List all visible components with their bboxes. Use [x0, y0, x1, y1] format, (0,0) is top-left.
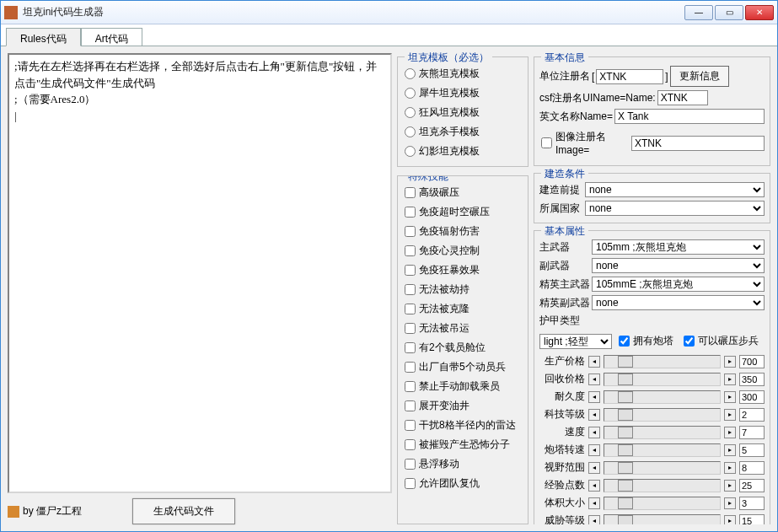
slider-right-arrow[interactable]: ▸	[724, 409, 736, 421]
code-editor[interactable]: ;请先在左栏选择再在右栏选择，全部选好后点击右上角"更新信息"按钮，并点击"生成…	[8, 53, 392, 493]
slider-left-arrow[interactable]: ◂	[588, 427, 600, 438]
slider-left-arrow[interactable]: ◂	[588, 409, 600, 421]
template-radio-0[interactable]: 灰熊坦克模板	[403, 64, 523, 83]
image-reg-check[interactable]: 图像注册名 Image=	[539, 127, 630, 159]
tab-rules[interactable]: Rules代码	[6, 28, 81, 46]
slider-thumb[interactable]	[618, 515, 633, 525]
slider-left-arrow[interactable]: ◂	[588, 356, 600, 368]
minimize-button[interactable]: —	[684, 5, 713, 20]
csf-input[interactable]	[657, 90, 708, 105]
slider-left-arrow[interactable]: ◂	[588, 497, 600, 509]
skill-check-11[interactable]: 展开变油井	[403, 396, 523, 416]
slider-thumb[interactable]	[618, 427, 633, 438]
slider-value[interactable]	[739, 461, 765, 475]
slider-label: 经验点数	[539, 478, 585, 492]
skill-check-12[interactable]: 干扰8格半径内的雷达	[403, 416, 523, 435]
skill-check-14[interactable]: 悬浮移动	[403, 454, 523, 474]
slider-right-arrow[interactable]: ▸	[724, 427, 736, 438]
slider-left-arrow[interactable]: ◂	[588, 444, 600, 456]
slider-right-arrow[interactable]: ▸	[724, 497, 736, 509]
slider-value[interactable]	[739, 426, 765, 439]
armor-select[interactable]: light ;轻型	[539, 334, 612, 349]
slider-thumb[interactable]	[618, 462, 633, 474]
tab-art[interactable]: Art代码	[81, 28, 142, 46]
slider-thumb[interactable]	[618, 497, 633, 509]
slider-thumb[interactable]	[618, 391, 633, 403]
skill-check-8[interactable]: 有2个载员舱位	[403, 338, 523, 357]
slider-value[interactable]	[739, 408, 765, 422]
update-button[interactable]: 更新信息	[670, 66, 729, 87]
slider-value[interactable]	[739, 497, 765, 510]
prereq-select[interactable]: none	[585, 182, 765, 197]
slider-track[interactable]	[604, 461, 721, 475]
elite-sec-select[interactable]: none	[592, 295, 765, 310]
slider-value[interactable]	[739, 514, 765, 525]
slider-track[interactable]	[604, 426, 721, 439]
slider-right-arrow[interactable]: ▸	[724, 356, 736, 368]
skill-check-9[interactable]: 出厂自带5个动员兵	[403, 357, 523, 377]
template-radio-4[interactable]: 幻影坦克模板	[403, 142, 523, 161]
skill-check-0[interactable]: 高级碾压	[403, 183, 523, 202]
skill-check-7[interactable]: 无法被吊运	[403, 319, 523, 338]
slider-right-arrow[interactable]: ▸	[724, 373, 736, 385]
slider-right-arrow[interactable]: ▸	[724, 462, 736, 474]
skill-check-6[interactable]: 无法被克隆	[403, 299, 523, 319]
close-button[interactable]: ✕	[745, 5, 774, 20]
slider-right-arrow[interactable]: ▸	[724, 515, 736, 525]
template-radio-2[interactable]: 狂风坦克模板	[403, 103, 523, 122]
skill-check-2[interactable]: 免疫辐射伤害	[403, 222, 523, 241]
skill-check-10[interactable]: 禁止手动卸载乘员	[403, 377, 523, 396]
slider-left-arrow[interactable]: ◂	[588, 480, 600, 492]
slider-thumb[interactable]	[618, 373, 633, 385]
skill-check-15[interactable]: 允许团队复仇	[403, 474, 523, 493]
slider-right-arrow[interactable]: ▸	[724, 444, 736, 456]
slider-label: 威胁等级	[539, 513, 585, 524]
slider-track[interactable]	[604, 514, 721, 525]
en-input[interactable]	[614, 109, 765, 124]
slider-track[interactable]	[604, 390, 721, 404]
image-input[interactable]	[631, 136, 765, 151]
skill-check-1[interactable]: 免疫超时空碾压	[403, 202, 523, 222]
left-footer: by 僵尸z工程 生成代码文件	[8, 498, 392, 524]
slider-track[interactable]	[604, 373, 721, 386]
slider-value[interactable]	[739, 443, 765, 457]
slider-right-arrow[interactable]: ▸	[724, 391, 736, 403]
slider-value[interactable]	[739, 390, 765, 404]
reg-input[interactable]	[596, 69, 663, 84]
sec-weapon-select[interactable]: none	[592, 258, 765, 273]
slider-track[interactable]	[604, 408, 721, 422]
crush-check[interactable]: 可以碾压步兵	[682, 331, 760, 351]
slider-row-1: 回收价格◂▸	[539, 370, 765, 388]
slider-value[interactable]	[739, 479, 765, 492]
slider-row-7: 经验点数◂▸	[539, 476, 765, 494]
skill-check-3[interactable]: 免疫心灵控制	[403, 241, 523, 261]
country-select[interactable]: none	[585, 201, 765, 216]
slider-thumb[interactable]	[618, 356, 633, 368]
main-weapon-select[interactable]: 105mm ;灰熊坦克炮	[592, 239, 765, 255]
slider-value[interactable]	[739, 373, 765, 386]
skill-check-13[interactable]: 被摧毁产生恐怖分子	[403, 435, 523, 454]
slider-track[interactable]	[604, 355, 721, 368]
skill-check-5[interactable]: 无法被劫持	[403, 280, 523, 299]
template-radio-3[interactable]: 坦克杀手模板	[403, 122, 523, 142]
slider-thumb[interactable]	[618, 409, 633, 421]
slider-track[interactable]	[604, 443, 721, 457]
template-radio-1[interactable]: 犀牛坦克模板	[403, 83, 523, 103]
slider-thumb[interactable]	[618, 480, 633, 492]
slider-row-8: 体积大小◂▸	[539, 494, 765, 512]
slider-value[interactable]	[739, 355, 765, 368]
slider-left-arrow[interactable]: ◂	[588, 373, 600, 385]
slider-row-0: 生产价格◂▸	[539, 352, 765, 370]
slider-left-arrow[interactable]: ◂	[588, 462, 600, 474]
slider-right-arrow[interactable]: ▸	[724, 480, 736, 492]
elite-main-select[interactable]: 105mmE ;灰熊坦克炮	[592, 277, 765, 292]
generate-button[interactable]: 生成代码文件	[132, 498, 235, 524]
turret-check[interactable]: 拥有炮塔	[617, 331, 675, 351]
slider-left-arrow[interactable]: ◂	[588, 515, 600, 525]
slider-track[interactable]	[604, 497, 721, 510]
slider-track[interactable]	[604, 479, 721, 492]
maximize-button[interactable]: ▭	[715, 5, 743, 20]
slider-left-arrow[interactable]: ◂	[588, 391, 600, 403]
skill-check-4[interactable]: 免疫狂暴效果	[403, 261, 523, 280]
slider-thumb[interactable]	[618, 444, 633, 456]
